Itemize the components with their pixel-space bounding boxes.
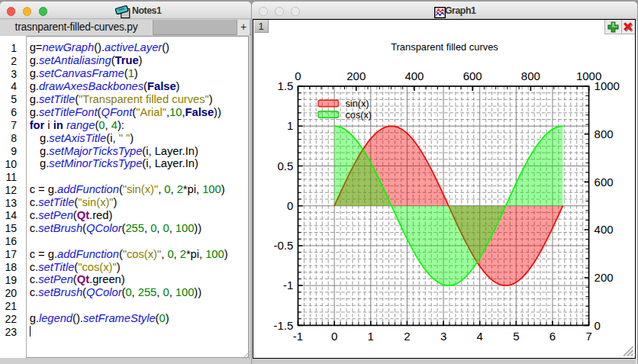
svg-text:-1: -1 — [293, 330, 303, 343]
svg-text:-1.5: -1.5 — [273, 319, 293, 332]
svg-text:400: 400 — [404, 69, 424, 82]
svg-text:600: 600 — [594, 176, 614, 188]
svg-text:7: 7 — [585, 330, 591, 343]
svg-text:-1: -1 — [283, 279, 293, 292]
svg-text:1: 1 — [368, 330, 374, 343]
svg-text:200: 200 — [346, 69, 366, 82]
svg-text:0: 0 — [331, 330, 337, 343]
svg-text:0: 0 — [594, 319, 601, 332]
svg-text:800: 800 — [521, 69, 540, 82]
svg-text:0: 0 — [295, 69, 301, 82]
svg-text:5: 5 — [513, 330, 519, 343]
svg-text:6: 6 — [549, 330, 556, 343]
svg-text:3: 3 — [440, 330, 446, 343]
svg-text:-0.5: -0.5 — [273, 239, 293, 252]
svg-text:sin(x): sin(x) — [346, 98, 369, 109]
svg-text:1: 1 — [287, 119, 293, 132]
svg-text:1000: 1000 — [594, 79, 620, 92]
svg-text:2: 2 — [404, 330, 410, 343]
svg-text:cos(x): cos(x) — [346, 110, 372, 121]
svg-text:800: 800 — [594, 127, 614, 140]
svg-text:400: 400 — [594, 223, 614, 236]
svg-text:4: 4 — [477, 330, 483, 343]
svg-text:0: 0 — [287, 199, 293, 212]
svg-text:1.5: 1.5 — [277, 79, 293, 92]
svg-text:600: 600 — [463, 69, 482, 82]
svg-text:0.5: 0.5 — [277, 159, 293, 172]
svg-text:Transparent filled curves: Transparent filled curves — [391, 41, 498, 53]
svg-text:200: 200 — [594, 271, 614, 284]
